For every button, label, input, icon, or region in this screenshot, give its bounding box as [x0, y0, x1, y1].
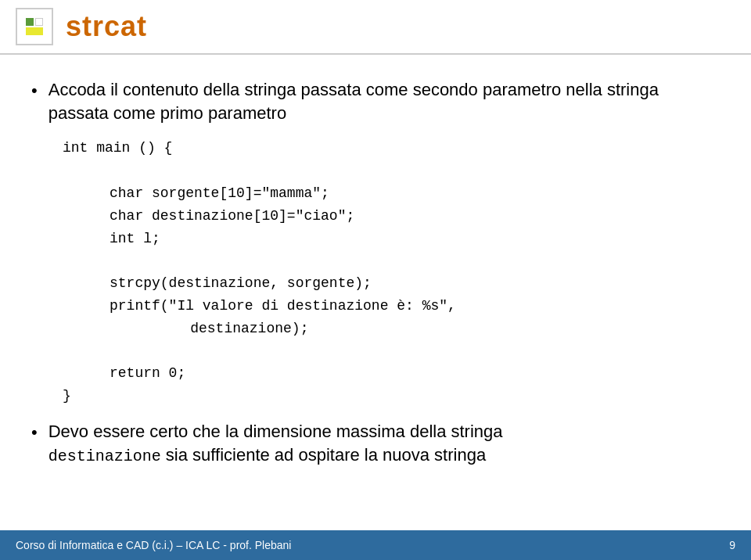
code-line-4: int l;: [63, 228, 720, 250]
bullet-dot-1: •: [31, 80, 38, 102]
code-line-blank1: [63, 160, 720, 182]
code-line-9: }: [63, 385, 720, 407]
logo: [16, 8, 53, 45]
code-line-5: strcpy(destinazione, sorgente);: [63, 272, 720, 295]
code-line-8: return 0;: [63, 362, 720, 385]
footer-page: 9: [729, 539, 735, 551]
bullet2-part2-text: sia sufficiente ad ospitare la nuova str…: [166, 445, 486, 465]
code-line-blank3: [63, 340, 720, 363]
bullet-item-1: • Accoda il contenuto della stringa pass…: [31, 78, 720, 124]
bullet-text-1: Accoda il contenuto della stringa passat…: [49, 78, 720, 124]
code-line-blank2: [63, 249, 720, 272]
page-title: strcat: [66, 10, 147, 43]
bullet2-code: destinazione: [49, 447, 161, 465]
code-line-1: int main () {: [63, 137, 720, 160]
logo-yellow-bar: [26, 27, 43, 35]
logo-white-square: [35, 18, 43, 26]
code-block: int main () { char sorgente[10]="mamma";…: [63, 137, 720, 407]
footer-left: Corso di Informatica e CAD (c.i.) – ICA …: [16, 539, 291, 551]
code-line-3: char destinazione[10]="ciao";: [63, 205, 720, 228]
header: strcat: [0, 0, 751, 55]
logo-green-square: [26, 18, 34, 26]
footer: Corso di Informatica e CAD (c.i.) – ICA …: [0, 530, 751, 560]
bullet2-part1: Devo essere certo che la dimensione mass…: [49, 422, 503, 441]
bullet-item-2: • Devo essere certo che la dimensione ma…: [31, 420, 720, 467]
bullet-dot-2: •: [31, 422, 38, 444]
main-content: • Accoda il contenuto della stringa pass…: [0, 55, 751, 530]
code-line-6: printf("Il valore di destinazione è: %s"…: [63, 295, 720, 318]
code-line-2: char sorgente[10]="mamma";: [63, 182, 720, 205]
bullet-text-2: Devo essere certo che la dimensione mass…: [49, 420, 503, 467]
code-line-7: destinazione);: [63, 318, 720, 340]
